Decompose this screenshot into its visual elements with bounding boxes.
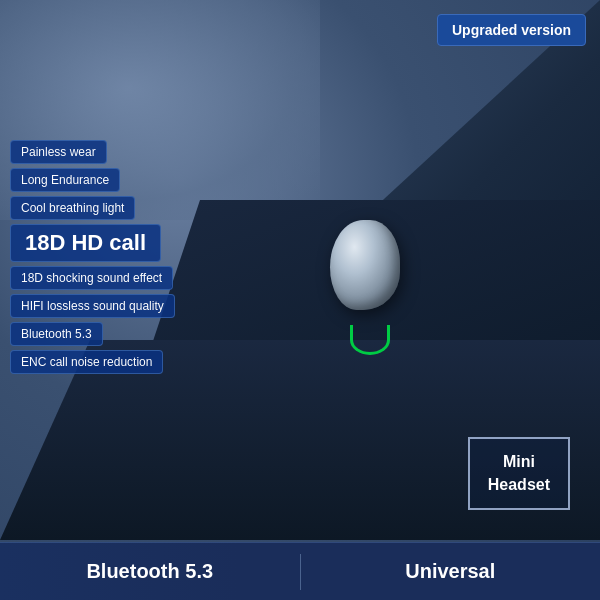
mini-headset-box: Mini Headset — [468, 437, 570, 510]
headset-arc — [350, 325, 390, 355]
tag-painless-wear: Painless wear — [10, 140, 107, 164]
bottom-left: Bluetooth 5.3 — [0, 560, 300, 583]
app-container: Upgraded version Painless wear Long Endu… — [0, 0, 600, 600]
tag-long-endurance: Long Endurance — [10, 168, 120, 192]
tag-18d-hd-call: 18D HD call — [10, 224, 161, 262]
bottom-right: Universal — [301, 560, 601, 583]
tag-hifi-lossless: HIFI lossless sound quality — [10, 294, 175, 318]
tag-18d-shocking: 18D shocking sound effect — [10, 266, 173, 290]
headset-body — [330, 220, 400, 310]
mini-headset-line1: Mini — [503, 453, 535, 470]
headset-object — [330, 220, 430, 340]
tag-bluetooth-53: Bluetooth 5.3 — [10, 322, 103, 346]
mini-headset-line2: Headset — [488, 476, 550, 493]
bottom-bluetooth-label: Bluetooth 5.3 — [86, 560, 213, 583]
tag-cool-breathing-light: Cool breathing light — [10, 196, 135, 220]
feature-tags-list: Painless wear Long Endurance Cool breath… — [10, 140, 175, 374]
bottom-universal-label: Universal — [405, 560, 495, 583]
tag-enc-noise: ENC call noise reduction — [10, 350, 163, 374]
upgraded-version-badge: Upgraded version — [437, 14, 586, 46]
bottom-bar: Bluetooth 5.3 Universal — [0, 542, 600, 600]
